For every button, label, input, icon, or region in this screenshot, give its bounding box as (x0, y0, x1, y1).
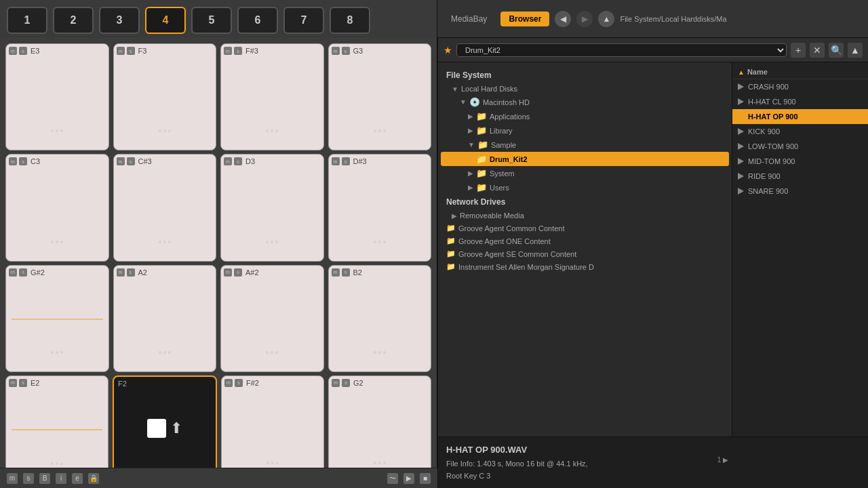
browser-tab[interactable]: Browser (500, 12, 549, 26)
nav-back-button[interactable]: ◀ (555, 11, 571, 27)
file-item-crash-900[interactable]: CRASH 900 (732, 79, 868, 94)
file-tree[interactable]: File System▼Local Hard Disks▼💿Macintosh … (438, 62, 732, 436)
pad-s-icon: s (342, 268, 350, 277)
tree-item-macintosh-hd[interactable]: ▼💿Macintosh HD (441, 95, 729, 109)
pad-D3[interactable]: msD3 (220, 154, 324, 261)
pad-note-label: A#2 (245, 268, 259, 277)
pad-Fs2[interactable]: msF#2 (221, 375, 324, 483)
file-play-button[interactable] (738, 188, 744, 195)
lock-icon[interactable]: 🔒 (88, 473, 99, 484)
pad-m-icon: m (9, 47, 17, 55)
tree-item-system[interactable]: ▶📁System (441, 166, 729, 180)
pad-m-icon: m (117, 268, 125, 277)
pad-m-icon: m (117, 47, 125, 55)
pad-G2[interactable]: msG2 (328, 375, 431, 483)
pad-number-6[interactable]: 6 (237, 7, 278, 34)
pad-m-icon: m (9, 157, 17, 165)
go-button[interactable]: ▲ (848, 43, 863, 58)
file-item-h-hat-cl-900[interactable]: H-HAT CL 900 (732, 94, 868, 109)
pad-number-4[interactable]: 4 (145, 7, 186, 34)
pad-note-label: B2 (353, 268, 362, 277)
play-mode-icon[interactable]: ▶ (403, 473, 414, 484)
m-icon[interactable]: m (7, 473, 18, 484)
file-play-button[interactable] (738, 83, 744, 90)
pad-m-icon: m (332, 157, 340, 165)
tree-item-removeable-media[interactable]: ▶Removeable Media (441, 209, 729, 222)
pad-s-icon: s (234, 157, 242, 165)
file-item-kick-900[interactable]: KICK 900 (732, 124, 868, 139)
tree-item-instrument[interactable]: 📁Instrument Set Allen Morgan Signature D (441, 260, 729, 273)
pad-C3[interactable]: msC3 (5, 154, 109, 261)
pad-B2[interactable]: msB2 (328, 265, 432, 372)
pad-number-3[interactable]: 3 (99, 7, 140, 34)
file-play-button[interactable] (738, 158, 744, 165)
pad-m-icon: m (332, 47, 340, 55)
file-play-button[interactable] (738, 113, 744, 120)
pad-A2[interactable]: msA2 (113, 265, 217, 372)
file-item-h-hat-op-900[interactable]: H-HAT OP 900 (732, 109, 868, 124)
search-icon[interactable]: 🔍 (829, 43, 844, 58)
browser-panel: ★ Drum_Kit2 + ✕ 🔍 ▲ File System▼Local Ha… (437, 38, 868, 488)
mediabay-tab[interactable]: MediaBay (443, 12, 495, 26)
pad-Fs3[interactable]: msF#3 (220, 43, 324, 150)
pad-number-1[interactable]: 1 (7, 7, 47, 34)
pad-s-icon: s (342, 157, 350, 165)
wave-icon[interactable]: 〜 (387, 473, 398, 484)
tree-item-drum_kit2[interactable]: 📁Drum_Kit2 (441, 152, 729, 166)
tree-section-filesystem: File System (441, 68, 729, 83)
tree-item-local-hard-disks[interactable]: ▼Local Hard Disks (441, 83, 729, 95)
nav-forward-button[interactable]: ▶ (576, 11, 593, 27)
tree-item-groove-age[interactable]: 📁Groove Agent ONE Content (441, 235, 729, 247)
pad-note-label: E2 (31, 379, 39, 387)
pad-note-label: G#2 (31, 268, 45, 277)
pad-grid: msE3msF3msF#3msG3msC3msC#3msD3msD#3msG#2… (0, 38, 437, 488)
file-play-button[interactable] (738, 98, 744, 105)
pad-Ds3[interactable]: msD#3 (328, 154, 432, 261)
file-item-mid-tom-900[interactable]: MID-TOM 900 (732, 154, 868, 169)
pad-Gs2[interactable]: msG#2 (5, 265, 109, 372)
pad-G3[interactable]: msG3 (328, 43, 432, 150)
file-play-button[interactable] (738, 173, 744, 180)
folder-icon: 📁 (446, 262, 456, 271)
pad-number-7[interactable]: 7 (283, 7, 324, 34)
pad-note-label: F#3 (245, 47, 258, 55)
pad-E3[interactable]: msE3 (5, 43, 109, 150)
file-item-ride-900[interactable]: RIDE 900 (732, 169, 868, 184)
tree-item-applications[interactable]: ▶📁Applications (441, 109, 729, 123)
pad-E2[interactable]: msE2KICK 900 (5, 375, 108, 483)
pad-number-2[interactable]: 2 (53, 7, 94, 34)
pad-number-8[interactable]: 8 (330, 7, 370, 34)
file-play-button[interactable] (738, 143, 744, 150)
pad-s-icon: s (234, 268, 242, 277)
b-icon[interactable]: B (39, 473, 50, 484)
pad-As2[interactable]: msA#2 (220, 265, 324, 372)
pad-note-label: E3 (31, 47, 39, 55)
pad-s-icon: s (127, 47, 135, 55)
tree-item-sample[interactable]: ▼📁Sample (441, 138, 729, 152)
tree-item-groove-age[interactable]: 📁Groove Agent SE Common Content (441, 247, 729, 260)
tree-item-groove-age[interactable]: 📁Groove Agent Common Content (441, 222, 729, 235)
pad-s-icon: s (19, 157, 27, 165)
pad-Cs3[interactable]: msC#3 (113, 154, 217, 261)
info-icon[interactable]: i (56, 473, 66, 484)
e-icon[interactable]: e (72, 473, 83, 484)
file-item-low-tom-900[interactable]: LOW-TOM 900 (732, 139, 868, 154)
pad-orange-bar (12, 319, 103, 320)
file-item-snare-900[interactable]: SNARE 900 (732, 184, 868, 199)
preset-select[interactable]: Drum_Kit2 (456, 43, 787, 57)
pad-F2[interactable]: F2⬆H-HH-H OP 900 (113, 375, 217, 483)
pad-note-label: D3 (245, 157, 255, 165)
pad-m-icon: m (9, 379, 17, 387)
folder-icon: 💿 (469, 97, 480, 107)
add-preset-button[interactable]: + (791, 43, 806, 58)
tree-item-library[interactable]: ▶📁Library (441, 123, 729, 138)
stop-icon[interactable]: ■ (420, 473, 431, 484)
star-icon: ★ (443, 45, 452, 56)
pad-number-5[interactable]: 5 (191, 7, 232, 34)
s-icon[interactable]: s (23, 473, 34, 484)
nav-up-button[interactable]: ▲ (598, 11, 614, 27)
remove-preset-button[interactable]: ✕ (810, 43, 825, 58)
file-play-button[interactable] (738, 128, 744, 135)
pad-F3[interactable]: msF3 (113, 43, 217, 150)
tree-item-users[interactable]: ▶📁Users (441, 180, 729, 195)
